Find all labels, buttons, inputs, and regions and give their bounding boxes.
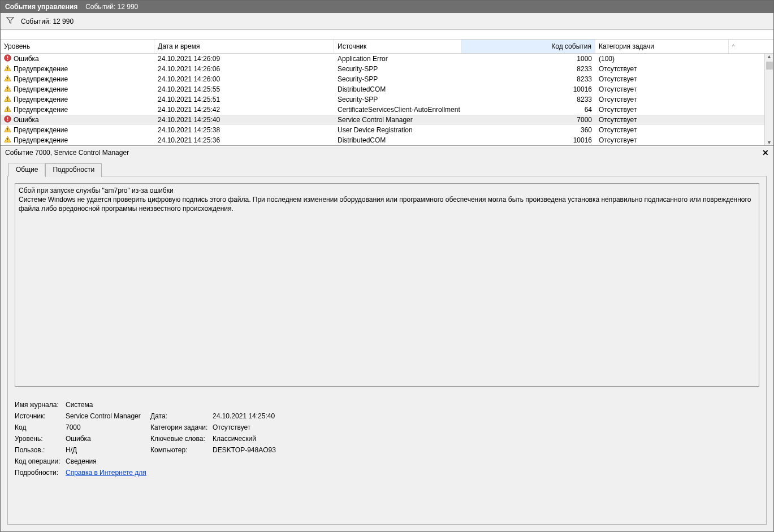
cell-source: DistributedCOM bbox=[334, 85, 462, 93]
cell-level-text: Предупреждение bbox=[14, 96, 68, 103]
col-source[interactable]: Источник bbox=[334, 40, 462, 53]
meta-val-keywords: Классический bbox=[213, 435, 382, 443]
cell-category: Отсутствует bbox=[595, 106, 729, 114]
cell-level-text: Ошибка bbox=[14, 55, 39, 63]
col-datetime[interactable]: Дата и время bbox=[154, 40, 334, 53]
meta-label-computer: Компьютер: bbox=[150, 446, 213, 454]
col-event-id[interactable]: Код события bbox=[462, 40, 595, 53]
window-title: События управления bbox=[5, 3, 77, 11]
details-title: Событие 7000, Service Control Manager bbox=[5, 149, 129, 157]
tab-general[interactable]: Общие bbox=[8, 163, 45, 176]
cell-level-text: Предупреждение bbox=[14, 85, 68, 93]
details-tabs: Общие Подробности bbox=[1, 159, 773, 176]
cell-level-text: Ошибка bbox=[14, 116, 39, 124]
cell-level-text: Предупреждение bbox=[14, 136, 68, 144]
table-row[interactable]: Ошибка24.10.2021 14:26:09Application Err… bbox=[1, 54, 764, 64]
cell-datetime: 24.10.2021 14:25:51 bbox=[154, 96, 334, 103]
cell-level: Ошибка bbox=[1, 54, 154, 63]
col-category[interactable]: Категория задачи bbox=[595, 40, 729, 53]
cell-level: Предупреждение bbox=[1, 136, 154, 145]
meta-label-code: Код bbox=[15, 423, 66, 431]
meta-val-code: 7000 bbox=[66, 423, 150, 431]
cell-source: Security-SPP bbox=[334, 65, 462, 73]
filter-bar: Событий: 12 990 bbox=[1, 13, 773, 30]
warning-icon bbox=[4, 105, 11, 114]
meta-val-computer: DESKTOP-948AO93 bbox=[213, 446, 382, 454]
warning-icon bbox=[4, 126, 11, 135]
cell-category: Отсутствует bbox=[595, 126, 729, 134]
cell-event-id: 64 bbox=[462, 106, 595, 114]
filter-event-count: Событий: 12 990 bbox=[21, 18, 73, 25]
meta-label-category: Категория задачи: bbox=[150, 423, 213, 431]
meta-val-opcode: Сведения bbox=[66, 457, 405, 465]
meta-val-source: Service Control Manager bbox=[66, 412, 150, 420]
cell-event-id: 7000 bbox=[462, 116, 595, 124]
warning-icon bbox=[4, 85, 11, 94]
cell-datetime: 24.10.2021 14:26:09 bbox=[154, 55, 334, 63]
close-icon[interactable]: ✕ bbox=[762, 148, 769, 157]
table-header: Уровень Дата и время Источник Код событи… bbox=[1, 39, 773, 54]
meta-val-date: 24.10.2021 14:25:40 bbox=[213, 412, 382, 420]
event-message[interactable]: Сбой при запуске службы "am7pro" из-за о… bbox=[15, 183, 759, 387]
cell-datetime: 24.10.2021 14:26:06 bbox=[154, 65, 334, 73]
table-row[interactable]: Предупреждение24.10.2021 14:26:06Securit… bbox=[1, 64, 764, 74]
meta-label-source: Источник: bbox=[15, 412, 66, 420]
cell-datetime: 24.10.2021 14:25:55 bbox=[154, 85, 334, 93]
cell-level-text: Предупреждение bbox=[14, 106, 68, 114]
warning-icon bbox=[4, 95, 11, 104]
cell-source: User Device Registration bbox=[334, 126, 462, 134]
table-row[interactable]: Предупреждение24.10.2021 14:25:55Distrib… bbox=[1, 84, 764, 94]
scroll-down-icon[interactable]: ▼ bbox=[767, 140, 772, 145]
table-row[interactable]: Предупреждение24.10.2021 14:25:42Certifi… bbox=[1, 105, 764, 115]
table-row[interactable]: Ошибка24.10.2021 14:25:40Service Control… bbox=[1, 115, 764, 125]
meta-label-user: Пользов.: bbox=[15, 446, 66, 454]
event-table: Уровень Дата и время Источник Код событи… bbox=[1, 30, 773, 146]
cell-datetime: 24.10.2021 14:26:00 bbox=[154, 75, 334, 83]
event-metadata: Имя журнала: Система Источник: Service C… bbox=[15, 399, 759, 478]
warning-icon bbox=[4, 75, 11, 84]
cell-level: Предупреждение bbox=[1, 95, 154, 104]
details-pane: Событие 7000, Service Control Manager ✕ … bbox=[1, 146, 773, 531]
online-help-link[interactable]: Справка в Интернете для bbox=[66, 469, 146, 477]
meta-val-level: Ошибка bbox=[66, 435, 150, 443]
scroll-thumb[interactable] bbox=[766, 62, 773, 70]
cell-datetime: 24.10.2021 14:25:40 bbox=[154, 116, 334, 124]
vertical-scrollbar[interactable]: ▲ ▼ bbox=[764, 54, 773, 145]
filter-icon[interactable] bbox=[6, 16, 14, 26]
cell-level: Предупреждение bbox=[1, 64, 154, 73]
title-bar: События управления Событий: 12 990 bbox=[1, 1, 773, 13]
cell-category: (100) bbox=[595, 55, 729, 63]
table-body: Ошибка24.10.2021 14:26:09Application Err… bbox=[1, 54, 773, 145]
col-level[interactable]: Уровень bbox=[1, 40, 154, 53]
col-scroll-spacer: ^ bbox=[729, 40, 738, 53]
cell-source: Application Error bbox=[334, 55, 462, 63]
event-message-line: Системе Windows не удается проверить циф… bbox=[19, 195, 755, 213]
cell-category: Отсутствует bbox=[595, 116, 729, 124]
cell-datetime: 24.10.2021 14:25:38 bbox=[154, 126, 334, 134]
cell-category: Отсутствует bbox=[595, 75, 729, 83]
cell-event-id: 8233 bbox=[462, 65, 595, 73]
table-row[interactable]: Предупреждение24.10.2021 14:25:38User De… bbox=[1, 125, 764, 135]
cell-category: Отсутствует bbox=[595, 85, 729, 93]
table-row[interactable]: Предупреждение24.10.2021 14:25:36Distrib… bbox=[1, 135, 764, 145]
meta-val-category: Отсутствует bbox=[213, 423, 382, 431]
cell-datetime: 24.10.2021 14:25:42 bbox=[154, 106, 334, 114]
cell-source: DistributedCOM bbox=[334, 136, 462, 144]
error-icon bbox=[4, 115, 11, 124]
cell-level-text: Предупреждение bbox=[14, 75, 68, 83]
table-row[interactable]: Предупреждение24.10.2021 14:26:00Securit… bbox=[1, 74, 764, 84]
cell-event-id: 10016 bbox=[462, 136, 595, 144]
cell-event-id: 8233 bbox=[462, 75, 595, 83]
table-row[interactable]: Предупреждение24.10.2021 14:25:51Securit… bbox=[1, 94, 764, 105]
scroll-up-icon[interactable]: ▲ bbox=[767, 54, 772, 59]
event-message-line: Сбой при запуске службы "am7pro" из-за о… bbox=[19, 186, 755, 195]
tab-details[interactable]: Подробности bbox=[45, 163, 102, 177]
cell-datetime: 24.10.2021 14:25:36 bbox=[154, 136, 334, 144]
meta-label-keywords: Ключевые слова: bbox=[150, 435, 213, 443]
cell-level: Предупреждение bbox=[1, 126, 154, 135]
cell-category: Отсутствует bbox=[595, 65, 729, 73]
cell-event-id: 360 bbox=[462, 126, 595, 134]
cell-level: Предупреждение bbox=[1, 75, 154, 84]
cell-source: Service Control Manager bbox=[334, 116, 462, 124]
event-viewer-window: События управления Событий: 12 990 Событ… bbox=[0, 0, 774, 532]
